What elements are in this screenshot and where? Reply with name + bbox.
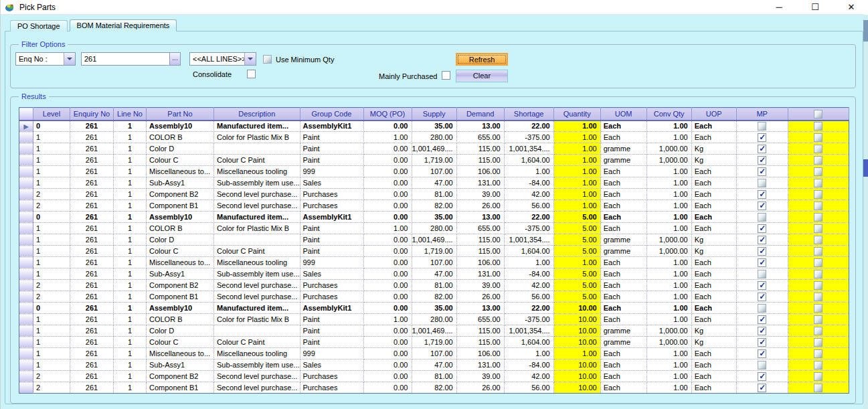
- cell-enquiry_no[interactable]: 261: [70, 382, 114, 394]
- select-checkbox[interactable]: [814, 236, 822, 244]
- cell-group_code[interactable]: AssemblyKit1: [300, 303, 363, 314]
- cell-mp[interactable]: [736, 212, 788, 223]
- cell-select[interactable]: [788, 155, 849, 166]
- select-checkbox[interactable]: [814, 384, 822, 392]
- cell-supply[interactable]: 82.00: [412, 382, 456, 394]
- column-header-quantity[interactable]: Quantity: [553, 108, 600, 120]
- row-selector[interactable]: [19, 291, 33, 303]
- browse-button[interactable]: ...: [169, 52, 181, 66]
- cell-supply[interactable]: 107.00: [412, 348, 456, 359]
- cell-shortage[interactable]: 42.00: [504, 371, 553, 382]
- cell-group_code[interactable]: Purchases: [300, 382, 363, 394]
- cell-moq_po[interactable]: 0.00: [363, 177, 412, 189]
- cell-conv_qty[interactable]: 1.00: [646, 268, 691, 280]
- cell-select[interactable]: [788, 120, 849, 132]
- mp-checkbox[interactable]: [758, 304, 766, 313]
- cell-mp[interactable]: [736, 155, 788, 166]
- cell-quantity[interactable]: 5.00: [553, 223, 600, 234]
- cell-demand[interactable]: 13.00: [456, 120, 504, 132]
- cell-supply[interactable]: 107.00: [412, 257, 456, 268]
- cell-shortage[interactable]: 22.00: [504, 212, 553, 223]
- cell-line_no[interactable]: 1: [114, 120, 147, 132]
- cell-select[interactable]: [788, 359, 849, 371]
- cell-uop[interactable]: Each: [691, 371, 736, 382]
- select-checkbox[interactable]: [814, 213, 822, 222]
- cell-part_no[interactable]: Color D: [147, 325, 214, 337]
- cell-shortage[interactable]: -84.00: [504, 177, 553, 189]
- consolidate-checkbox[interactable]: [247, 70, 256, 78]
- cell-supply[interactable]: 82.00: [412, 200, 456, 212]
- cell-conv_qty[interactable]: 1.00: [646, 166, 691, 177]
- cell-group_code[interactable]: Paint: [300, 223, 363, 234]
- cell-enquiry_no[interactable]: 261: [70, 280, 114, 291]
- cell-shortage[interactable]: 1,604.00: [504, 246, 553, 257]
- cell-uop[interactable]: Each: [691, 268, 736, 280]
- cell-enquiry_no[interactable]: 261: [70, 337, 114, 348]
- cell-moq_po[interactable]: 0.00: [363, 155, 412, 166]
- cell-description[interactable]: Sub-assembly item use...: [214, 268, 300, 280]
- cell-group_code[interactable]: 999: [300, 166, 363, 177]
- cell-line_no[interactable]: 1: [114, 155, 147, 166]
- cell-description[interactable]: Second level purchase...: [214, 280, 300, 291]
- cell-part_no[interactable]: Assembly10: [147, 120, 214, 132]
- cell-uom[interactable]: Each: [600, 291, 646, 303]
- cell-conv_qty[interactable]: 1.00: [646, 291, 691, 303]
- cell-uom[interactable]: Each: [600, 371, 646, 382]
- cell-group_code[interactable]: Paint: [300, 132, 363, 143]
- cell-conv_qty[interactable]: 1,000.00: [646, 325, 691, 337]
- cell-mp[interactable]: [736, 200, 788, 212]
- cell-part_no[interactable]: Color D: [147, 234, 214, 246]
- select-checkbox[interactable]: [814, 349, 822, 358]
- cell-uom[interactable]: gramme: [600, 246, 646, 257]
- chevron-down-icon[interactable]: [244, 53, 256, 65]
- cell-level[interactable]: 1: [33, 268, 70, 280]
- cell-line_no[interactable]: 1: [114, 246, 147, 257]
- cell-uom[interactable]: gramme: [600, 325, 646, 337]
- cell-level[interactable]: 1: [33, 166, 70, 177]
- cell-demand[interactable]: 13.00: [456, 212, 504, 223]
- cell-moq_po[interactable]: 0.00: [363, 246, 412, 257]
- minimize-button[interactable]: ─: [772, 0, 786, 15]
- cell-demand[interactable]: 26.00: [456, 200, 504, 212]
- cell-mp[interactable]: [736, 382, 788, 394]
- cell-select[interactable]: [788, 268, 849, 280]
- select-checkbox[interactable]: [814, 224, 822, 233]
- cell-supply[interactable]: 35.00: [412, 120, 456, 132]
- cell-description[interactable]: Sub-assembly item use...: [214, 359, 300, 371]
- cell-quantity[interactable]: 1.00: [553, 132, 600, 143]
- cell-part_no[interactable]: Colour C: [147, 337, 214, 348]
- cell-moq_po[interactable]: 1.00: [363, 223, 412, 234]
- cell-moq_po[interactable]: 0.00: [363, 382, 412, 394]
- mp-checkbox[interactable]: [758, 236, 766, 244]
- cell-line_no[interactable]: 1: [114, 177, 147, 189]
- cell-group_code[interactable]: 999: [300, 348, 363, 359]
- cell-enquiry_no[interactable]: 261: [70, 120, 114, 132]
- row-selector[interactable]: [19, 382, 33, 394]
- use-minimum-qty-checkbox[interactable]: [263, 55, 272, 64]
- select-checkbox[interactable]: [814, 133, 822, 142]
- cell-description[interactable]: Color for Plastic Mix B: [214, 314, 300, 325]
- cell-enquiry_no[interactable]: 261: [70, 155, 114, 166]
- cell-supply[interactable]: 35.00: [412, 212, 456, 223]
- cell-moq_po[interactable]: 0.00: [363, 120, 412, 132]
- cell-conv_qty[interactable]: 1,000.00: [646, 155, 691, 166]
- select-checkbox[interactable]: [814, 327, 822, 335]
- cell-conv_qty[interactable]: 1.00: [646, 189, 691, 200]
- cell-conv_qty[interactable]: 1.00: [646, 348, 691, 359]
- cell-part_no[interactable]: COLOR B: [147, 223, 214, 234]
- cell-uom[interactable]: Each: [600, 359, 646, 371]
- cell-select[interactable]: [788, 166, 849, 177]
- cell-description[interactable]: Miscellaneous tooling: [214, 257, 300, 268]
- cell-part_no[interactable]: Miscellaneous to...: [147, 166, 214, 177]
- mp-checkbox[interactable]: [758, 247, 766, 256]
- cell-supply[interactable]: 1,001,469....: [412, 325, 456, 337]
- row-selector[interactable]: [19, 303, 33, 314]
- cell-select[interactable]: [788, 348, 849, 359]
- cell-conv_qty[interactable]: 1.00: [646, 280, 691, 291]
- cell-demand[interactable]: 655.00: [456, 223, 504, 234]
- mp-checkbox[interactable]: [758, 122, 766, 131]
- cell-part_no[interactable]: Assembly10: [147, 303, 214, 314]
- cell-moq_po[interactable]: 0.00: [363, 348, 412, 359]
- cell-part_no[interactable]: Sub-Assy1: [147, 359, 214, 371]
- column-header-uom[interactable]: UOM: [600, 108, 646, 120]
